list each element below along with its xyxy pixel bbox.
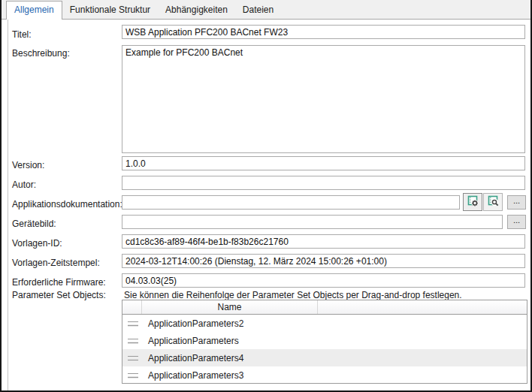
table-row[interactable]: ApplicationParameters2 — [122, 315, 527, 332]
geraetebild-browse-button[interactable]: ... — [507, 215, 526, 229]
table-row[interactable]: ApplicationParameters3 — [122, 366, 527, 384]
tab-abhaengigkeiten[interactable]: Abhängigkeiten — [158, 2, 235, 19]
tab-allgemein[interactable]: Allgemein — [6, 1, 62, 20]
tab-bar: Allgemein Funktionale Struktur Abhängigk… — [2, 0, 530, 20]
tab-funktionale-struktur[interactable]: Funktionale Struktur — [62, 2, 158, 19]
autor-input[interactable] — [122, 176, 525, 190]
titel-label: Titel: — [12, 29, 32, 40]
drag-handle-icon[interactable] — [128, 356, 138, 360]
tab-dateien[interactable]: Dateien — [235, 2, 281, 19]
panel-inset-line — [8, 20, 8, 390]
table-header-row: Name — [122, 300, 527, 315]
table-header-handle-column — [122, 300, 142, 314]
document-gear-icon — [467, 194, 479, 210]
table-header-name-column[interactable]: Name — [142, 300, 318, 314]
applikationsdokumentation-browse-button[interactable]: ... — [507, 195, 526, 210]
drag-handle-icon[interactable] — [128, 373, 138, 378]
parameter-set-objects-label: Parameter Set Objects: — [12, 290, 106, 300]
table-row[interactable]: ApplicationParameters4 — [122, 349, 527, 366]
document-magnifier-icon — [487, 194, 500, 210]
vorlagen-zeitstempel-input[interactable] — [122, 254, 525, 268]
row-name: ApplicationParameters3 — [145, 370, 243, 381]
row-name: ApplicationParameters4 — [145, 353, 243, 363]
preview-document-button[interactable] — [483, 193, 503, 211]
vorlagen-id-label: Vorlagen-ID: — [12, 238, 62, 249]
geraetebild-input[interactable] — [122, 215, 503, 229]
beschreibung-label: Beschreibung: — [12, 48, 70, 59]
drag-handle-icon[interactable] — [128, 321, 138, 326]
autor-label: Autor: — [12, 179, 36, 190]
parameter-set-objects-table: Name ApplicationParameters2 ApplicationP… — [122, 300, 527, 384]
version-input[interactable] — [122, 156, 525, 170]
geraetebild-label: Gerätebild: — [12, 219, 56, 229]
erforderliche-firmware-input[interactable] — [122, 273, 525, 288]
vorlagen-id-input[interactable] — [122, 234, 525, 249]
drag-drop-hint-text: Sie können die Reihenfolge der Parameter… — [124, 290, 462, 300]
titel-input[interactable] — [122, 25, 525, 39]
version-label: Version: — [12, 160, 44, 170]
row-name: ApplicationParameters2 — [145, 318, 243, 329]
table-row[interactable]: ApplicationParameters — [122, 332, 527, 349]
vorlagen-zeitstempel-label: Vorlagen-Zeitstempel: — [12, 258, 100, 268]
drag-handle-icon[interactable] — [128, 339, 138, 343]
applikationsdokumentation-input[interactable] — [122, 195, 460, 210]
application-properties-panel: Allgemein Funktionale Struktur Abhängigk… — [0, 0, 532, 392]
beschreibung-textarea[interactable] — [122, 45, 525, 153]
erforderliche-firmware-label: Erforderliche Firmware: — [12, 277, 106, 288]
applikationsdokumentation-label: Applikationsdokumentation: — [12, 199, 122, 210]
row-name: ApplicationParameters — [145, 336, 239, 346]
edit-document-button[interactable] — [463, 193, 482, 211]
table-header-spacer-column — [318, 300, 527, 314]
